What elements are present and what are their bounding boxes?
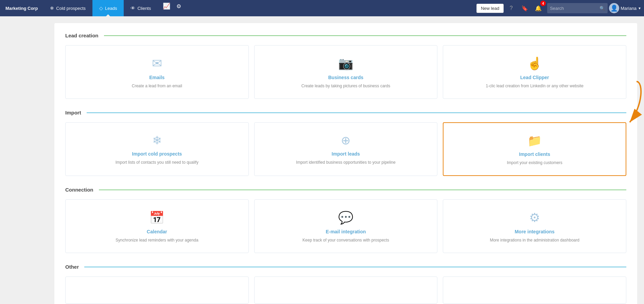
diamond-icon: ◇ — [99, 5, 103, 11]
card-import-clients-title: Import clients — [519, 151, 550, 157]
tab-clients[interactable]: 👁 Clients — [124, 0, 158, 16]
new-lead-button[interactable]: New lead — [476, 4, 504, 13]
section-lead-creation-header: Lead creation — [65, 33, 626, 38]
navbar-right: New lead ? 🔖 🔔 4 🔍 👤 Mariana ▼ — [476, 2, 644, 14]
tab-leads[interactable]: ◇ Leads — [92, 0, 124, 16]
card-calendar-desc: Synchronize lead reminders with your age… — [116, 237, 198, 243]
nav-tabs: ❄ Cold prospects ◇ Leads 👁 Clients 📈 ⚙ — [43, 0, 476, 16]
card-other-3[interactable] — [443, 276, 626, 304]
card-emails-title: Emails — [149, 75, 164, 80]
search-icon: 🔍 — [599, 6, 605, 11]
notification-btn[interactable]: 🔔 4 — [532, 2, 544, 14]
pointer-icon: ☝ — [527, 56, 542, 71]
card-email-integration[interactable]: 💬 E-mail integration Keep track of your … — [254, 199, 438, 253]
card-lead-clipper-desc: 1-clic lead creation from LinkedIn or an… — [486, 83, 583, 89]
card-email-integration-title: E-mail integration — [326, 229, 366, 234]
section-divider-green2 — [99, 190, 627, 190]
section-lead-creation: Lead creation ✉ Emails Create a lead fro… — [65, 33, 626, 99]
card-lead-clipper-title: Lead Clipper — [520, 75, 549, 80]
snowflake-icon: ❄ — [50, 5, 54, 11]
bookmark-icon-btn[interactable]: 🔖 — [519, 2, 531, 14]
card-email-integration-desc: Keep track of your conversations with pr… — [302, 237, 389, 243]
avatar: 👤 — [609, 3, 619, 13]
search-box[interactable]: 🔍 — [547, 3, 608, 13]
calendar-icon: 📅 — [149, 211, 164, 225]
section-import-header: Import — [65, 110, 626, 115]
section-divider-blue2 — [84, 267, 626, 267]
card-import-clients-desc: Import your existing customers — [507, 160, 562, 166]
section-import-title: Import — [65, 110, 81, 115]
card-business-cards-title: Business cards — [328, 75, 364, 80]
card-import-cold-prospects-desc: Import lists of contacts you still need … — [116, 159, 198, 165]
card-other-2[interactable] — [254, 276, 438, 304]
card-emails[interactable]: ✉ Emails Create a lead from an email — [65, 45, 249, 99]
card-import-leads-desc: Import identified business opportunities… — [296, 159, 396, 165]
section-lead-creation-title: Lead creation — [65, 33, 99, 38]
other-cards — [65, 276, 626, 304]
snowflake2-icon: ❄ — [152, 133, 162, 147]
section-divider-blue — [87, 112, 626, 113]
camera-icon: 📷 — [338, 56, 353, 71]
card-import-clients[interactable]: 📁 Import clients Import your existing cu… — [443, 122, 626, 176]
section-connection: Connection 📅 Calendar Synchronize lead r… — [65, 187, 626, 253]
section-divider-green — [104, 35, 626, 36]
tab-cold-prospects[interactable]: ❄ Cold prospects — [43, 0, 92, 16]
settings-icon-btn[interactable]: ⚙ — [173, 0, 185, 12]
card-calendar-title: Calendar — [147, 229, 167, 234]
tab-cold-prospects-label: Cold prospects — [56, 6, 86, 11]
card-more-integrations-desc: More integrations in the administration … — [490, 237, 579, 243]
card-business-cards[interactable]: 📷 Business cards Create leads by taking … — [254, 45, 438, 99]
chevron-down-icon: ▼ — [638, 6, 641, 10]
user-name: Mariana — [621, 6, 637, 11]
section-other-title: Other — [65, 264, 79, 270]
card-more-integrations-title: More integrations — [515, 229, 554, 234]
email-icon: ✉ — [152, 56, 162, 71]
lead-creation-cards: ✉ Emails Create a lead from an email 📷 B… — [65, 45, 626, 99]
card-calendar[interactable]: 📅 Calendar Synchronize lead reminders wi… — [65, 199, 249, 253]
card-lead-clipper[interactable]: ☝ Lead Clipper 1-clic lead creation from… — [443, 45, 626, 99]
section-import: Import ❄ Import cold prospects Import li… — [65, 110, 626, 176]
card-import-cold-prospects[interactable]: ❄ Import cold prospects Import lists of … — [65, 122, 249, 176]
eye-icon: 👁 — [130, 5, 135, 11]
card-import-leads[interactable]: ⊕ Import leads Import identified busines… — [254, 122, 438, 176]
user-menu[interactable]: 👤 Mariana ▼ — [609, 3, 641, 13]
connection-cards: 📅 Calendar Synchronize lead reminders wi… — [65, 199, 626, 253]
gears-icon: ⚙ — [529, 211, 540, 225]
card-more-integrations[interactable]: ⚙ More integrations More integrations in… — [443, 199, 626, 253]
navbar: Marketing Corp ❄ Cold prospects ◇ Leads … — [0, 0, 644, 16]
brand-logo[interactable]: Marketing Corp — [0, 0, 43, 16]
card-import-cold-prospects-title: Import cold prospects — [132, 151, 182, 157]
bell-icon: 🔔 — [535, 5, 542, 12]
chart-icon-btn[interactable]: 📈 — [160, 0, 173, 12]
card-other-1[interactable] — [65, 276, 249, 304]
sections-wrapper: Lead creation ✉ Emails Create a lead fro… — [54, 23, 637, 304]
card-business-cards-desc: Create leads by taking pictures of busin… — [301, 83, 390, 89]
tab-clients-label: Clients — [137, 6, 151, 11]
search-input[interactable] — [550, 6, 597, 11]
tab-leads-label: Leads — [105, 6, 117, 11]
import-cards: ❄ Import cold prospects Import lists of … — [65, 122, 626, 176]
section-connection-header: Connection — [65, 187, 626, 193]
folder-icon: 📁 — [527, 134, 542, 147]
notification-badge: 4 — [540, 1, 546, 6]
section-other-header: Other — [65, 264, 626, 270]
card-emails-desc: Create a lead from an email — [132, 83, 182, 89]
main-content: Lead creation ✉ Emails Create a lead fro… — [54, 23, 637, 304]
chat-icon: 💬 — [338, 211, 353, 225]
crosshair-icon: ⊕ — [341, 133, 350, 147]
section-connection-title: Connection — [65, 187, 93, 193]
help-icon-btn[interactable]: ? — [505, 2, 517, 14]
card-import-leads-title: Import leads — [332, 151, 360, 157]
section-other: Other — [65, 264, 626, 304]
